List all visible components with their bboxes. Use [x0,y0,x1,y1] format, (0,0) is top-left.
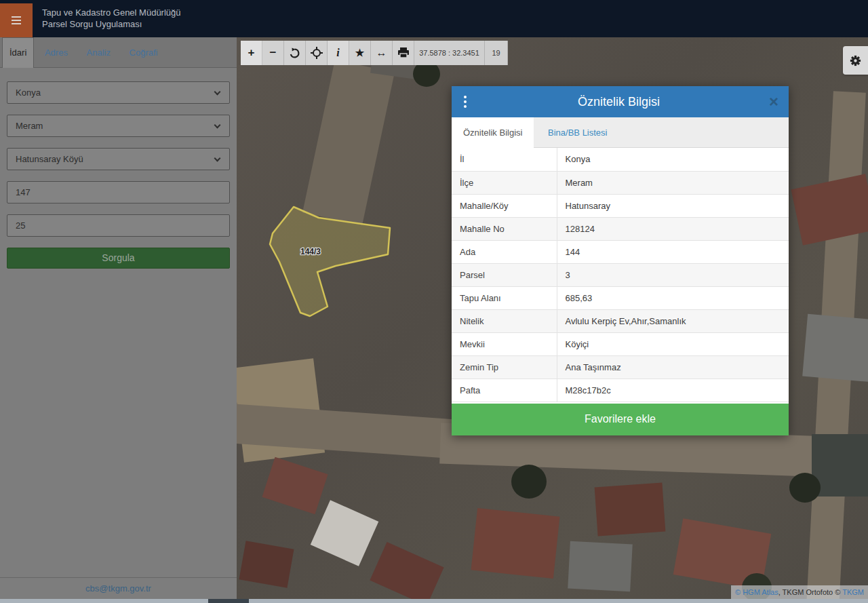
row-value: 128124 [557,217,789,240]
tkgm-link[interactable]: TKGM [842,588,864,596]
chevron-down-icon [214,155,221,162]
query-submit-button[interactable]: Sorgula [7,248,230,269]
tab-adres[interactable]: Adres [37,38,76,68]
app-header: Tapu ve Kadastro Genel Müdürlüğü Parsel … [0,0,868,37]
gear-icon [849,54,862,67]
row-value: 144 [557,240,789,263]
table-row: Parsel3 [452,263,789,286]
table-row: MevkiiKöyiçi [452,332,789,355]
neighborhood-select-value: Hatunsaray Köyü [16,154,83,164]
parcel-label: 144/3 [300,247,321,256]
tab-oznitelik-bilgisi[interactable]: Öznitelik Bilgisi [452,117,534,148]
tab-analiz[interactable]: Analiz [79,38,119,68]
row-value: Hatunsaray [557,194,789,217]
favorites-button[interactable]: ★ [349,41,371,65]
province-select[interactable]: Konya [7,81,230,104]
row-label: İl [452,148,557,171]
zoom-in-button[interactable]: + [241,41,262,65]
attribution-text: , TKGM Ortofoto © [778,588,843,596]
chevron-down-icon [214,89,221,96]
row-value: Köyiçi [557,332,789,355]
row-label: Nitelik [452,309,557,332]
crosshair-icon [311,47,323,59]
table-row: İlKonya [452,148,789,171]
parcel-144-3-polygon[interactable] [270,207,390,316]
district-select[interactable]: Meram [7,115,230,137]
row-label: Zemin Tip [452,355,557,378]
row-label: Mevkii [452,332,557,355]
print-button[interactable] [393,41,414,65]
attribute-info-modal: Öznitelik Bilgisi × Öznitelik Bilgisi Bi… [452,86,789,435]
map-attribution: © HGM Atlas, TKGM Ortofoto © TKGM [731,585,868,599]
chevron-down-icon [214,122,221,129]
row-label: Mahalle No [452,217,557,240]
attribute-table: İlKonya İlçeMeram Mahalle/KöyHatunsaray … [452,148,789,402]
hgm-atlas-link[interactable]: © HGM Atlas [735,588,778,596]
row-label: Pafta [452,378,557,402]
province-select-value: Konya [16,87,41,98]
row-label: Parsel [452,263,557,286]
map-toolbar: + − i ★ ↔ 37.5878 [241,41,508,65]
row-value: Konya [557,148,789,171]
refresh-icon [289,47,300,59]
row-label: Mahalle/Köy [452,194,557,217]
row-value: M28c17b2c [557,378,789,402]
app-title-line1: Tapu ve Kadastro Genel Müdürlüğü [42,7,181,18]
table-row: PaftaM28c17b2c [452,378,789,402]
scrollbar-thumb[interactable] [208,599,249,603]
zoom-out-button[interactable]: − [262,41,284,65]
parcel-query-form: Konya Meram Hatunsaray Köyü Sorgula [0,68,237,269]
kebab-menu-icon[interactable] [452,96,479,108]
settings-button[interactable] [843,46,868,75]
app-title-line2: Parsel Sorgu Uygulaması [42,18,181,30]
row-value: Ana Taşınmaz [557,355,789,378]
close-icon[interactable]: × [759,86,789,117]
district-select-value: Meram [16,121,43,131]
app-title: Tapu ve Kadastro Genel Müdürlüğü Parsel … [42,7,181,30]
refresh-button[interactable] [284,41,306,65]
query-sidebar: İdari Adres Analiz Coğrafi Konya Meram H… [0,37,237,599]
parcel-no-field-wrap [7,214,230,237]
add-to-favorites-button[interactable]: Favorilere ekle [452,404,789,435]
modal-header: Öznitelik Bilgisi × [452,86,789,117]
row-label: Tapu Alanı [452,286,557,309]
contact-email-link[interactable]: cbs@tkgm.gov.tr [85,583,151,594]
hamburger-menu-icon[interactable] [0,3,33,37]
sidebar-footer: cbs@tkgm.gov.tr [0,577,237,599]
block-no-input[interactable] [16,182,229,203]
table-row: Zemin TipAna Taşınmaz [452,355,789,378]
sidebar-tab-bar: İdari Adres Analiz Coğrafi [0,37,237,68]
table-row: NitelikAvlulu Kerpiç Ev,Ahır,Samanlık [452,309,789,332]
table-row: Ada144 [452,240,789,263]
row-label: İlçe [452,171,557,194]
row-value: 685,63 [557,286,789,309]
modal-title: Öznitelik Bilgisi [479,95,759,109]
tab-cografi[interactable]: Coğrafi [121,38,166,68]
tab-idari[interactable]: İdari [2,37,34,68]
zoom-level-display: 19 [485,41,508,65]
neighborhood-select[interactable]: Hatunsaray Köyü [7,148,230,170]
row-value: 3 [557,263,789,286]
block-no-field-wrap [7,181,230,203]
table-row: Mahalle No128124 [452,217,789,240]
parcel-no-input[interactable] [16,215,229,236]
coordinates-display: 37.5878 : 32.3451 [414,41,485,65]
table-row: Mahalle/KöyHatunsaray [452,194,789,217]
row-value: Meram [557,171,789,194]
info-button[interactable]: i [328,41,349,65]
table-row: Tapu Alanı685,63 [452,286,789,309]
horizontal-scrollbar[interactable] [0,599,868,603]
pan-locate-button[interactable] [306,41,328,65]
modal-tab-bar: Öznitelik Bilgisi Bina/BB Listesi [452,117,789,148]
printer-icon [397,47,410,58]
row-label: Ada [452,240,557,263]
row-value: Avlulu Kerpiç Ev,Ahır,Samanlık [557,309,789,332]
tab-bina-bb-listesi[interactable]: Bina/BB Listesi [536,117,618,148]
table-row: İlçeMeram [452,171,789,194]
measure-button[interactable]: ↔ [371,41,393,65]
